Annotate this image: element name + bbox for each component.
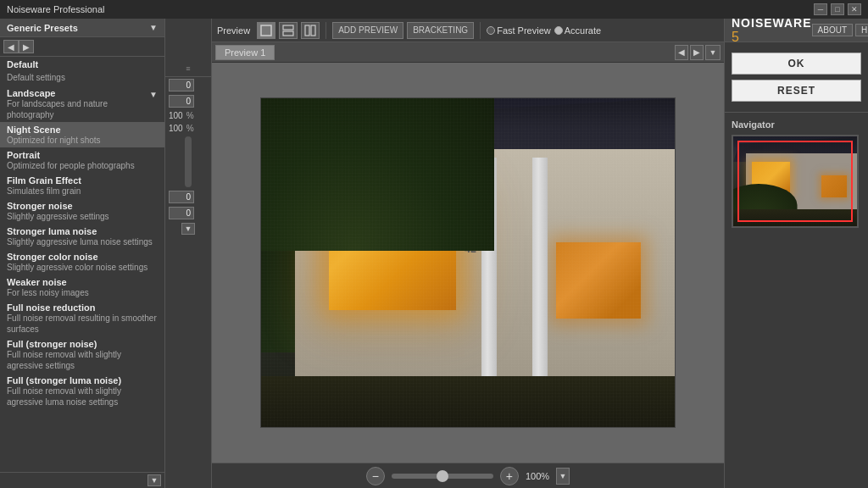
titlebar-title: Noiseware Professional: [7, 4, 105, 14]
param-input-2[interactable]: [169, 95, 194, 108]
param-value-4: 100: [169, 124, 183, 133]
tab-dropdown[interactable]: ▼: [705, 45, 721, 60]
preview-tab-arrows: ◀ ▶ ▼: [675, 45, 721, 60]
ok-button[interactable]: OK: [732, 53, 861, 75]
zoom-out-button[interactable]: −: [366, 467, 385, 485]
preset-default-desc: Default settings: [0, 72, 164, 86]
zoom-thumb[interactable]: [437, 470, 448, 482]
svg-rect-1: [283, 25, 293, 30]
param-input-5[interactable]: [169, 191, 194, 203]
help-button[interactable]: HELP: [855, 24, 868, 36]
param-value-3: 100: [169, 111, 183, 120]
param-row-6: [165, 205, 211, 221]
preview-area: Preview 1 ◀ ▶ ▼: [212, 42, 724, 488]
tab-next-arrow[interactable]: ▶: [690, 45, 704, 60]
zoom-in-button[interactable]: +: [500, 467, 519, 485]
fast-preview-radio[interactable]: [487, 26, 495, 35]
action-buttons: OK RESET: [725, 42, 868, 113]
svg-rect-2: [283, 31, 293, 36]
pillar-right: [532, 158, 548, 378]
preset-item-stronger-noise[interactable]: Stronger noise Slightly aggressive setti…: [0, 198, 164, 224]
sidebar-scroll-down[interactable]: ▼: [0, 472, 164, 488]
sidebar-dropdown-arrow[interactable]: ▼: [149, 23, 158, 32]
preview-image: 42: [260, 97, 676, 428]
center-panel: Preview ADD PREVIEW BRACKETING: [212, 19, 724, 488]
view-split-v-button[interactable]: [301, 22, 320, 39]
zoom-slider[interactable]: [392, 474, 493, 479]
param-row-5: [165, 189, 211, 205]
maximize-button[interactable]: □: [831, 3, 844, 15]
accurate-radio[interactable]: [554, 26, 563, 35]
drag-handle: ≡: [165, 61, 211, 77]
nav-window-right: [821, 175, 847, 197]
svg-rect-3: [305, 25, 309, 36]
landscape-dropdown[interactable]: ▼: [149, 90, 158, 99]
noiseware-logo: NOISEWARE 5: [732, 19, 812, 45]
reset-button[interactable]: RESET: [732, 80, 861, 102]
param-row-3: 100 %: [165, 109, 211, 122]
toolbar: Preview ADD PREVIEW BRACKETING: [212, 19, 724, 42]
param-row-1: 0: [165, 77, 211, 93]
param-unit-4: %: [186, 124, 194, 133]
bracketing-button[interactable]: BRACKETING: [407, 22, 474, 39]
zoom-bar: − + 100% ▼: [212, 463, 724, 488]
preset-item-portrait[interactable]: Portrait Optimized for people photograph…: [0, 147, 164, 173]
titlebar: Noiseware Professional ─ □ ✕: [0, 0, 868, 19]
about-button[interactable]: ABOUT: [812, 24, 853, 36]
redo-button[interactable]: ▶: [19, 40, 34, 53]
preset-item-film-grain[interactable]: Film Grain Effect Simulates film grain: [0, 173, 164, 198]
preview-label: Preview: [217, 25, 250, 36]
preset-item-stronger-color[interactable]: Stronger color noise Slightly agressive …: [0, 249, 164, 274]
right-panel: NOISEWARE 5 ABOUT HELP OK RESET Navigato…: [724, 19, 868, 488]
param-controls: ≡ 0 100 % 100 % ▼: [165, 19, 212, 488]
nav-ground: [733, 209, 857, 226]
svg-rect-4: [311, 25, 315, 36]
main-content: Generic Presets ▼ ◀ ▶ Default Default se…: [0, 19, 868, 488]
window-right: [556, 242, 641, 319]
undo-button[interactable]: ◀: [3, 40, 19, 53]
accurate-option[interactable]: Accurate: [554, 25, 601, 36]
preset-item-landscape[interactable]: Landscape For landscapes and nature phot…: [0, 86, 164, 122]
preset-item-stronger-luma[interactable]: Stronger luma noise Slightly aggressive …: [0, 224, 164, 249]
preset-item-night-scene[interactable]: Night Scene Optimized for night shots: [0, 122, 164, 147]
view-split-h-button[interactable]: [279, 22, 298, 39]
toolbar-separator-1: [326, 22, 326, 39]
sidebar-header: Generic Presets ▼: [0, 19, 164, 37]
sidebar: Generic Presets ▼ ◀ ▶ Default Default se…: [0, 19, 165, 488]
toolbar-separator-2: [480, 22, 481, 39]
fast-preview-option[interactable]: Fast Preview: [487, 25, 551, 36]
add-preview-button[interactable]: ADD PREVIEW: [332, 22, 403, 39]
preset-item-full-luma[interactable]: Full (stronger luma noise) Full noise re…: [0, 373, 164, 409]
preview-canvas[interactable]: 42: [212, 63, 724, 463]
svg-rect-0: [261, 25, 271, 36]
header-buttons: ABOUT HELP: [812, 24, 868, 36]
preset-item-default[interactable]: Default: [0, 57, 164, 72]
presets-list: Default Default settings Landscape For l…: [0, 57, 164, 472]
preset-item-full-reduction[interactable]: Full noise reduction Full noise removal …: [0, 300, 164, 336]
view-single-button[interactable]: [257, 22, 275, 39]
navigator-thumbnail: [732, 135, 859, 228]
scroll-thumb[interactable]: [185, 136, 192, 187]
param-unit-3: %: [186, 111, 194, 120]
preview-tab-1[interactable]: Preview 1: [215, 45, 275, 60]
window-controls: ─ □ ✕: [814, 3, 861, 15]
minimize-button[interactable]: ─: [814, 3, 827, 15]
scroll-down-btn[interactable]: ▼: [181, 223, 195, 235]
zoom-value: 100%: [526, 471, 549, 481]
navigator-title: Navigator: [732, 119, 861, 130]
sidebar-title: Generic Presets: [7, 23, 78, 33]
tab-prev-arrow[interactable]: ◀: [675, 45, 688, 60]
nav-scene: [733, 136, 857, 226]
param-input-6[interactable]: [169, 207, 194, 219]
scene-image: 42: [261, 98, 675, 427]
param-row-2: [165, 93, 211, 109]
navigator-section: Navigator: [725, 113, 868, 488]
zoom-dropdown[interactable]: ▼: [556, 468, 570, 485]
preset-item-weaker-noise[interactable]: Weaker noise For less noisy images: [0, 274, 164, 300]
right-panel-header: NOISEWARE 5 ABOUT HELP: [725, 19, 868, 42]
param-input-1[interactable]: 0: [169, 79, 194, 92]
ground: [261, 376, 675, 427]
preset-item-full-stronger[interactable]: Full (stronger noise) Full noise removal…: [0, 336, 164, 373]
foliage-left: [261, 98, 494, 251]
close-button[interactable]: ✕: [848, 3, 861, 15]
